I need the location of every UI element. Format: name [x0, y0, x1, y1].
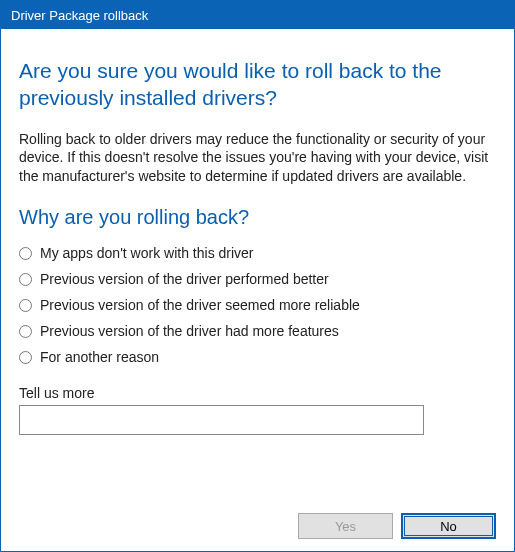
- reason-options: My apps don't work with this driver Prev…: [19, 245, 496, 365]
- reason-label: My apps don't work with this driver: [40, 245, 254, 261]
- button-row: Yes No: [19, 497, 496, 539]
- reason-radio-more-features[interactable]: [19, 325, 32, 338]
- reason-radio-apps[interactable]: [19, 247, 32, 260]
- dialog-window: Driver Package rollback Are you sure you…: [0, 0, 515, 552]
- reason-option[interactable]: My apps don't work with this driver: [19, 245, 496, 261]
- yes-button[interactable]: Yes: [298, 513, 393, 539]
- reason-radio-more-reliable[interactable]: [19, 299, 32, 312]
- description-text: Rolling back to older drivers may reduce…: [19, 130, 496, 187]
- tellus-label: Tell us more: [19, 385, 496, 401]
- reason-label: Previous version of the driver had more …: [40, 323, 339, 339]
- reason-option[interactable]: For another reason: [19, 349, 496, 365]
- reason-option[interactable]: Previous version of the driver performed…: [19, 271, 496, 287]
- reason-radio-another[interactable]: [19, 351, 32, 364]
- no-button[interactable]: No: [401, 513, 496, 539]
- reason-label: Previous version of the driver performed…: [40, 271, 329, 287]
- reason-label: For another reason: [40, 349, 159, 365]
- reason-label: Previous version of the driver seemed mo…: [40, 297, 360, 313]
- window-title: Driver Package rollback: [11, 8, 148, 23]
- reason-option[interactable]: Previous version of the driver seemed mo…: [19, 297, 496, 313]
- reason-heading: Why are you rolling back?: [19, 206, 496, 229]
- dialog-content: Are you sure you would like to roll back…: [1, 29, 514, 551]
- titlebar[interactable]: Driver Package rollback: [1, 1, 514, 29]
- reason-option[interactable]: Previous version of the driver had more …: [19, 323, 496, 339]
- main-heading: Are you sure you would like to roll back…: [19, 57, 496, 112]
- tellus-input[interactable]: [19, 405, 424, 435]
- reason-radio-performed-better[interactable]: [19, 273, 32, 286]
